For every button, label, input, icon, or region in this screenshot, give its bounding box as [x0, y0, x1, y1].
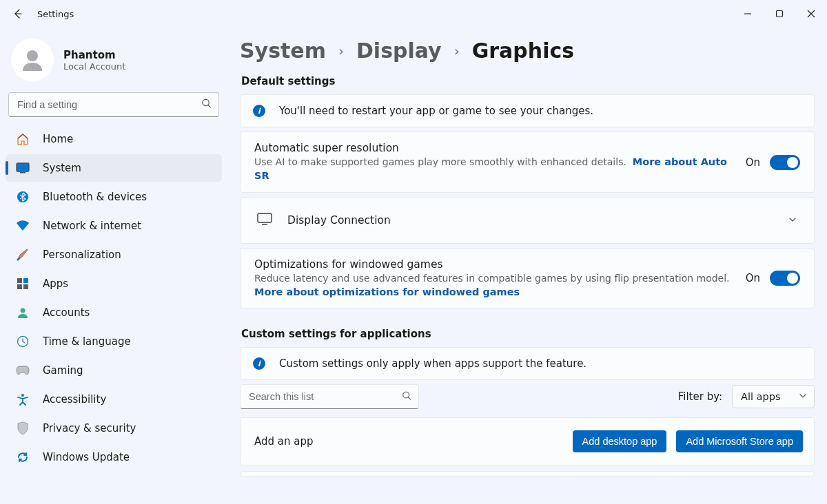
sidebar-item-label: Bluetooth & devices	[43, 191, 147, 203]
sidebar-item-time-language[interactable]: Time & language	[6, 328, 222, 355]
windowed-opt-link[interactable]: More about optimizations for windowed ga…	[254, 286, 520, 297]
auto-sr-title: Automatic super resolution	[254, 142, 733, 154]
titlebar: Settings	[0, 0, 827, 28]
shield-icon	[15, 421, 30, 436]
sidebar-item-windows-update[interactable]: Windows Update	[6, 443, 222, 471]
section-custom-settings-title: Custom settings for applications	[241, 328, 815, 340]
svg-point-12	[21, 394, 24, 397]
close-icon	[807, 10, 815, 18]
sidebar-item-label: Gaming	[43, 364, 83, 377]
home-icon	[15, 132, 30, 147]
chevron-right-icon: ›	[338, 43, 344, 59]
wifi-icon	[15, 218, 30, 233]
sidebar-item-apps[interactable]: Apps	[6, 270, 222, 297]
sidebar-item-label: Accounts	[43, 306, 90, 319]
restart-info-card: i You'll need to restart your app or gam…	[240, 94, 815, 127]
minimize-icon	[744, 10, 752, 18]
breadcrumb: System › Display › Graphics	[240, 39, 815, 63]
filter-by-select[interactable]: All apps	[732, 385, 815, 408]
sidebar-item-label: Home	[43, 133, 73, 145]
sidebar-item-network[interactable]: Network & internet	[6, 212, 222, 240]
display-connection-title: Display Connection	[287, 214, 391, 227]
svg-rect-14	[262, 224, 267, 225]
windowed-opt-title: Optimizations for windowed games	[254, 258, 733, 271]
bluetooth-icon	[15, 189, 30, 204]
list-placeholder-card	[240, 471, 815, 476]
breadcrumb-system[interactable]: System	[240, 39, 326, 63]
person-icon	[15, 305, 30, 320]
sidebar-item-bluetooth[interactable]: Bluetooth & devices	[6, 183, 222, 211]
chevron-down-icon	[788, 214, 797, 227]
back-button[interactable]	[10, 6, 26, 22]
svg-rect-4	[20, 172, 25, 174]
sidebar-item-label: Privacy & security	[43, 422, 136, 434]
info-icon: i	[253, 357, 265, 370]
system-icon	[15, 160, 30, 176]
windowed-opt-card: Optimizations for windowed games Reduce …	[240, 248, 815, 308]
add-app-title: Add an app	[254, 435, 314, 448]
breadcrumb-display[interactable]: Display	[356, 39, 442, 63]
display-connection-row[interactable]: Display Connection	[240, 197, 815, 244]
accessibility-icon	[15, 392, 30, 407]
auto-sr-state: On	[746, 156, 760, 169]
sidebar-search-input[interactable]	[9, 93, 218, 116]
filter-by-value: All apps	[741, 391, 780, 402]
svg-point-2	[203, 99, 209, 105]
monitor-icon	[257, 213, 272, 228]
minimize-button[interactable]	[732, 0, 764, 28]
add-desktop-app-button[interactable]: Add desktop app	[573, 430, 667, 452]
paintbrush-icon	[15, 247, 30, 262]
auto-sr-card: Automatic super resolution Use AI to mak…	[240, 132, 815, 193]
user-account-type: Local Account	[63, 61, 125, 72]
sidebar-item-accessibility[interactable]: Accessibility	[6, 386, 222, 413]
app-filter-row: Filter by: All apps	[240, 384, 815, 409]
windowed-opt-toggle[interactable]	[770, 271, 800, 286]
svg-rect-0	[777, 11, 783, 17]
clock-icon	[15, 334, 30, 349]
svg-rect-13	[258, 213, 272, 222]
app-list-search[interactable]	[240, 384, 419, 409]
svg-point-10	[21, 308, 25, 313]
sidebar-item-personalization[interactable]: Personalization	[6, 241, 222, 269]
svg-rect-9	[23, 284, 28, 289]
add-store-app-button[interactable]: Add Microsoft Store app	[676, 430, 803, 452]
user-block[interactable]: Phantom Local Account	[6, 33, 222, 90]
sidebar-item-gaming[interactable]: Gaming	[6, 357, 222, 384]
add-app-card: Add an app Add desktop app Add Microsoft…	[240, 417, 815, 465]
sidebar-item-home[interactable]: Home	[6, 125, 222, 153]
sidebar-item-accounts[interactable]: Accounts	[6, 299, 222, 326]
info-icon: i	[253, 105, 265, 117]
svg-point-15	[403, 392, 409, 398]
sidebar-item-label: System	[43, 162, 81, 174]
breadcrumb-current: Graphics	[472, 39, 574, 63]
sidebar-item-label: Accessibility	[43, 393, 106, 406]
window-controls	[732, 0, 827, 28]
sidebar-item-label: Windows Update	[43, 451, 130, 463]
sidebar-search[interactable]	[8, 92, 219, 117]
maximize-button[interactable]	[764, 0, 795, 28]
sidebar-item-label: Personalization	[43, 249, 121, 261]
search-icon	[402, 390, 411, 403]
windowed-opt-desc: Reduce latency and use advanced features…	[254, 272, 733, 285]
sidebar-item-privacy[interactable]: Privacy & security	[6, 414, 222, 442]
arrow-left-icon	[12, 8, 23, 19]
gamepad-icon	[15, 363, 30, 378]
sidebar-nav: Home System Bluetooth & devices Network …	[6, 125, 222, 471]
app-list-search-input[interactable]	[241, 385, 418, 408]
sidebar: Phantom Local Account Home System	[0, 28, 227, 504]
sidebar-item-system[interactable]: System	[6, 154, 222, 182]
apps-icon	[15, 276, 30, 291]
section-default-settings-title: Default settings	[241, 75, 815, 87]
avatar	[11, 39, 54, 81]
custom-info-card: i Custom settings only apply when apps s…	[240, 347, 815, 380]
auto-sr-toggle[interactable]	[770, 155, 800, 170]
svg-rect-3	[17, 163, 29, 171]
restart-info-text: You'll need to restart your app or game …	[279, 105, 593, 117]
maximize-icon	[775, 10, 784, 18]
close-button[interactable]	[795, 0, 827, 28]
svg-rect-7	[23, 278, 28, 283]
window-title: Settings	[37, 9, 74, 19]
sidebar-item-label: Time & language	[43, 335, 131, 348]
windowed-opt-state: On	[746, 272, 760, 284]
sidebar-item-label: Network & internet	[43, 220, 141, 232]
